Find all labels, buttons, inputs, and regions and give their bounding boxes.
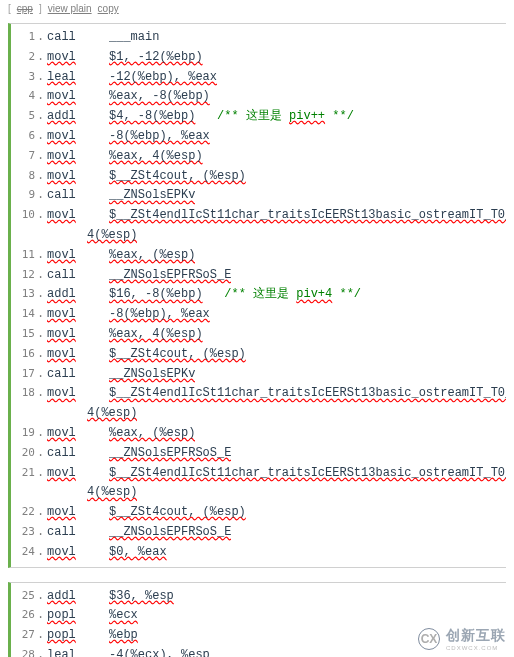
line-dot: . <box>37 646 45 657</box>
code-line-wrap: 4(%esp) <box>11 226 506 246</box>
code-line: 8.movl$__ZSt4cout, (%esp) <box>11 167 506 187</box>
toolbar-copy-link[interactable]: copy <box>98 3 119 14</box>
code-content: movl%eax, (%esp) <box>45 424 195 444</box>
watermark-logo-icon: CX <box>418 628 440 650</box>
asm-op: movl <box>47 206 109 226</box>
line-dot: . <box>37 384 45 404</box>
code-content: leal-12(%ebp), %eax <box>45 68 217 88</box>
code-line: 19.movl%eax, (%esp) <box>11 424 506 444</box>
code-content: call__ZNSolsEPKv <box>45 365 195 385</box>
line-dot: . <box>37 325 45 345</box>
asm-op: movl <box>47 384 109 404</box>
line-dot: . <box>37 606 45 626</box>
code-content: call__ZNSolsEPFRSoS_E <box>45 444 231 464</box>
code-content: movl%eax, (%esp) <box>45 246 195 266</box>
code-content: movl-8(%ebp), %eax <box>45 127 210 147</box>
code-line: 14.movl-8(%ebp), %eax <box>11 305 506 325</box>
code-line: 15.movl%eax, 4(%esp) <box>11 325 506 345</box>
asm-arg-wrap: 4(%esp) <box>87 406 137 420</box>
code-content: movl%eax, 4(%esp) <box>45 325 203 345</box>
code-line: 22.movl$__ZSt4cout, (%esp) <box>11 503 506 523</box>
line-number: 13 <box>11 285 37 303</box>
asm-op: movl <box>47 305 109 325</box>
code-line: 7.movl%eax, 4(%esp) <box>11 147 506 167</box>
asm-op: movl <box>47 127 109 147</box>
code-line: 17.call__ZNSolsEPKv <box>11 365 506 385</box>
asm-op: popl <box>47 606 109 626</box>
line-dot: . <box>37 626 45 646</box>
line-number: 10 <box>11 206 37 224</box>
asm-arg: %eax, (%esp) <box>109 426 195 440</box>
asm-arg: %ebp <box>109 628 138 642</box>
code-content: addl$4, -8(%ebp) /** 这里是 piv++ **/ <box>45 107 354 127</box>
line-number: 24 <box>11 543 37 561</box>
asm-op: movl <box>47 167 109 187</box>
code-line: 2.movl$1, -12(%ebp) <box>11 48 506 68</box>
asm-arg: $16, -8(%ebp) <box>109 287 203 301</box>
line-dot: . <box>37 464 45 484</box>
code-line: 1.call___main <box>11 28 506 48</box>
code-line: 23.call__ZNSolsEPFRSoS_E <box>11 523 506 543</box>
asm-op: movl <box>47 246 109 266</box>
code-line: 9.call__ZNSolsEPKv <box>11 186 506 206</box>
code-content: popl%ebp <box>45 626 138 646</box>
asm-arg: -8(%ebp), %eax <box>109 129 210 143</box>
watermark-subtext: CDXWCX.COM <box>446 645 506 651</box>
asm-op: movl <box>47 424 109 444</box>
line-number: 12 <box>11 266 37 284</box>
code-line: 5.addl$4, -8(%ebp) /** 这里是 piv++ **/ <box>11 107 506 127</box>
line-dot: . <box>37 28 45 48</box>
code-content: movl$__ZSt4endlIcSt11char_traitsIcEERSt1… <box>45 206 506 226</box>
asm-op: movl <box>47 345 109 365</box>
asm-arg: $__ZSt4endlIcSt11char_traitsIcEERSt13bas… <box>109 386 506 400</box>
asm-op: call <box>47 186 109 206</box>
line-number: 28 <box>11 646 37 657</box>
line-number: 9 <box>11 186 37 204</box>
code-content: leal-4(%ecx), %esp <box>45 646 210 657</box>
line-dot: . <box>37 48 45 68</box>
asm-op: leal <box>47 68 109 88</box>
line-number: 22 <box>11 503 37 521</box>
asm-op: call <box>47 266 109 286</box>
asm-arg: $4, -8(%ebp) <box>109 109 195 123</box>
code-line: 18.movl$__ZSt4endlIcSt11char_traitsIcEER… <box>11 384 506 404</box>
asm-arg: $__ZSt4cout, (%esp) <box>109 347 246 361</box>
code-content: movl$__ZSt4endlIcSt11char_traitsIcEERSt1… <box>45 464 506 484</box>
asm-op: movl <box>47 543 109 563</box>
line-dot: . <box>37 206 45 226</box>
asm-op: movl <box>47 48 109 68</box>
code-content: movl%eax, -8(%ebp) <box>45 87 210 107</box>
line-number: 25 <box>11 587 37 605</box>
line-dot: . <box>37 285 45 305</box>
code-content: call__ZNSolsEPFRSoS_E <box>45 266 231 286</box>
line-dot: . <box>37 147 45 167</box>
toolbar-view-plain-link[interactable]: view plain <box>48 3 92 14</box>
line-dot: . <box>37 186 45 206</box>
code-line: 26.popl%ecx <box>11 606 506 626</box>
code-content: addl$16, -8(%ebp) /** 这里是 piv+4 **/ <box>45 285 361 305</box>
code-line: 20.call__ZNSolsEPFRSoS_E <box>11 444 506 464</box>
line-dot: . <box>37 127 45 147</box>
line-dot: . <box>37 587 45 607</box>
asm-arg: -12(%ebp), %eax <box>109 70 217 84</box>
asm-op: popl <box>47 626 109 646</box>
line-number: 3 <box>11 68 37 86</box>
line-number: 27 <box>11 626 37 644</box>
asm-op: leal <box>47 646 109 657</box>
code-line: 24.movl$0, %eax <box>11 543 506 563</box>
line-number: 26 <box>11 606 37 624</box>
asm-op: call <box>47 444 109 464</box>
toolbar-cpp-link[interactable]: cpp <box>17 3 33 14</box>
asm-arg: $__ZSt4endlIcSt11char_traitsIcEERSt13bas… <box>109 466 506 480</box>
code-line: 21.movl$__ZSt4endlIcSt11char_traitsIcEER… <box>11 464 506 484</box>
code-content: movl$0, %eax <box>45 543 167 563</box>
code-content: movl$1, -12(%ebp) <box>45 48 203 68</box>
code-line: 16.movl$__ZSt4cout, (%esp) <box>11 345 506 365</box>
asm-arg: __ZNSolsEPFRSoS_E <box>109 446 231 460</box>
asm-arg: %ecx <box>109 608 138 622</box>
code-line-wrap: 4(%esp) <box>11 483 506 503</box>
asm-arg: %eax, 4(%esp) <box>109 149 203 163</box>
asm-arg: $1, -12(%ebp) <box>109 50 203 64</box>
asm-op: movl <box>47 464 109 484</box>
line-dot: . <box>37 107 45 127</box>
